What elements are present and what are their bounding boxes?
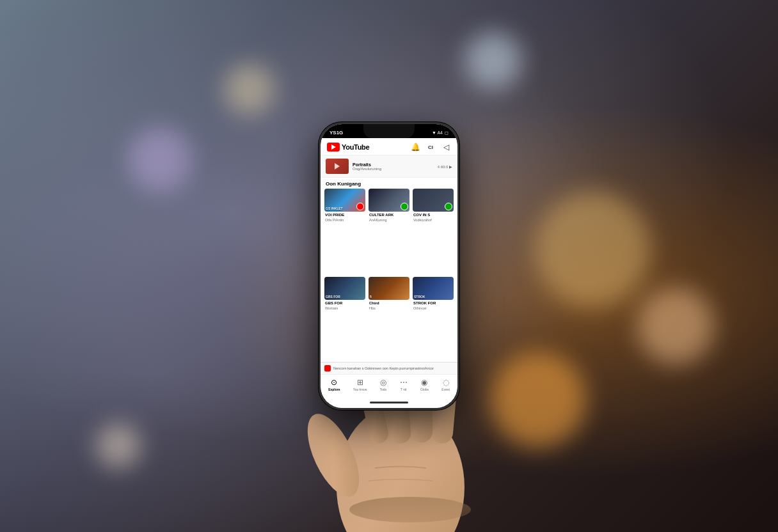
phone-screen: YS1G ▼ A4 ◻ YouTube 🔔 CI ◁ — [321, 124, 457, 408]
video-thumb-3 — [413, 189, 454, 212]
nav-label-you-know: You know — [353, 387, 367, 391]
bokeh-6 — [464, 32, 522, 90]
back-icon[interactable]: ◁ — [441, 142, 451, 152]
nav-item-t-nit[interactable]: ⋯ T nit — [400, 378, 408, 391]
video-channel-2: AnAKuning — [369, 218, 409, 222]
video-title-1: VOI PRIDE — [325, 213, 365, 217]
video-grid: GS INKLET VOI PRIDE Otfa PiAntin — [321, 189, 457, 362]
bokeh-7 — [96, 423, 141, 468]
video-title-3: COV IN S — [413, 213, 453, 217]
nav-item-evest[interactable]: ◌ Evest — [441, 378, 450, 391]
status-battery: ◻ — [445, 130, 449, 136]
video-channel-6: Othincer — [413, 306, 453, 310]
notifications-icon[interactable]: 🔔 — [410, 142, 420, 152]
bottom-navigation: ⊙ Explore ⊞ You know ◎ Todo ⋯ T nit — [321, 374, 457, 396]
app-logo-text: YouTube — [342, 143, 369, 151]
video-channel-3: Vodkozahof — [413, 218, 453, 222]
mini-info-bar: Nencom kanahan s Ookinnsen oon Keptn pur… — [321, 362, 457, 374]
video-meta-6: STROK FOR Othincer — [413, 301, 454, 310]
thumb-overlay-text-5: 5 — [370, 295, 408, 299]
video-meta-1: VOI PRIDE Otfa PiAntin — [324, 213, 365, 222]
header-icons: 🔔 CI ◁ — [410, 142, 451, 152]
video-channel-4: Wortiam — [325, 306, 365, 310]
video-card-5[interactable]: 5 Chird Hbs — [369, 277, 409, 362]
home-indicator — [321, 396, 457, 408]
nav-icon-evest: ◌ — [443, 378, 449, 387]
scene: YS1G ▼ A4 ◻ YouTube 🔔 CI ◁ — [0, 0, 778, 532]
ci-icon[interactable]: CI — [425, 142, 436, 152]
video-thumb-6: STROK — [413, 277, 454, 300]
np-thumbnail — [326, 159, 349, 174]
video-title-4: GBS FOR — [325, 301, 365, 306]
phone-device: YS1G ▼ A4 ◻ YouTube 🔔 CI ◁ — [319, 122, 459, 410]
app-header: YouTube 🔔 CI ◁ — [321, 138, 457, 155]
video-title-6: STROK FOR — [413, 301, 453, 306]
np-title: Portraits — [353, 162, 434, 167]
video-thumb-4: GBS FOR — [324, 277, 365, 300]
thumb-overlay-text-6: STROK — [414, 295, 452, 299]
bokeh-2 — [637, 288, 714, 364]
nav-item-explore[interactable]: ⊙ Explore — [328, 378, 340, 391]
thumb-text-5: 5 — [369, 277, 409, 300]
thumb-overlay-text-4: GBS FOR — [326, 295, 364, 299]
now-playing-bar[interactable]: Portraits Oog/Anuluruning 4 60:0 ▶ — [321, 155, 457, 178]
thumb-text-6: STROK — [413, 277, 454, 300]
video-title-5: Chird — [369, 301, 409, 306]
video-card-6[interactable]: STROK STROK FOR Othincer — [413, 277, 454, 362]
nav-label-evest: Evest — [441, 387, 450, 391]
np-progress: 4 60:0 ▶ — [438, 164, 452, 169]
channel-badge-2 — [401, 203, 408, 210]
nav-item-you-know[interactable]: ⊞ You know — [353, 378, 367, 391]
bokeh-4 — [224, 64, 275, 115]
status-time: YS1G — [329, 130, 343, 136]
np-play-icon — [335, 163, 340, 169]
phone-notch — [363, 124, 415, 138]
section-label: Oon Kunigang — [321, 178, 457, 189]
nav-label-t-nit: T nit — [401, 387, 407, 391]
video-meta-5: Chird Hbs — [369, 301, 409, 310]
status-icons: ▼ A4 ◻ — [432, 130, 449, 136]
video-meta-3: COV IN S Vodkozahof — [413, 213, 454, 222]
video-meta-2: CULTER ARK AnAKuning — [369, 213, 409, 222]
phone-body: YS1G ▼ A4 ◻ YouTube 🔔 CI ◁ — [319, 122, 459, 410]
video-card-2[interactable]: CULTER ARK AnAKuning — [369, 189, 409, 274]
video-thumb-2 — [369, 189, 409, 212]
video-channel-5: Hbs — [369, 306, 409, 310]
video-thumb-1: GS INKLET — [324, 189, 365, 212]
channel-badge-3 — [445, 203, 452, 210]
np-channel: Oog/Anuluruning — [353, 167, 434, 171]
video-card-1[interactable]: GS INKLET VOI PRIDE Otfa PiAntin — [324, 189, 365, 274]
channel-badge-1 — [356, 203, 364, 210]
nav-icon-globs: ◉ — [421, 378, 427, 387]
nav-item-globs[interactable]: ◉ Globs — [420, 378, 429, 391]
np-info: Portraits Oog/Anuluruning — [353, 162, 434, 171]
thumb-text-4: GBS FOR — [324, 277, 365, 300]
nav-icon-explore: ⊙ — [331, 378, 337, 387]
video-card-4[interactable]: GBS FOR GBS FOR Wortiam — [324, 277, 365, 362]
nav-icon-todo: ◎ — [380, 378, 386, 387]
video-thumb-5: 5 — [369, 277, 409, 300]
mini-bar-icon — [324, 365, 331, 372]
nav-icon-you-know: ⊞ — [357, 378, 363, 387]
bokeh-3 — [128, 128, 192, 192]
mini-bar-text: Nencom kanahan s Ookinnsen oon Keptn pur… — [333, 366, 434, 370]
nav-icon-t-nit: ⋯ — [400, 378, 408, 387]
nav-label-explore: Explore — [328, 387, 340, 391]
youtube-icon — [327, 143, 340, 152]
svg-point-6 — [349, 497, 471, 522]
bokeh-1 — [535, 192, 650, 307]
nav-label-globs: Globs — [420, 387, 429, 391]
nav-label-todo: Todo — [380, 387, 387, 391]
nav-item-todo[interactable]: ◎ Todo — [380, 378, 387, 391]
video-card-3[interactable]: COV IN S Vodkozahof — [413, 189, 454, 274]
status-network: ▼ A4 — [432, 130, 443, 135]
video-meta-4: GBS FOR Wortiam — [324, 301, 365, 310]
app-logo: YouTube — [327, 143, 369, 152]
video-channel-1: Otfa PiAntin — [325, 218, 365, 222]
home-bar — [370, 402, 408, 403]
video-title-2: CULTER ARK — [369, 213, 409, 217]
